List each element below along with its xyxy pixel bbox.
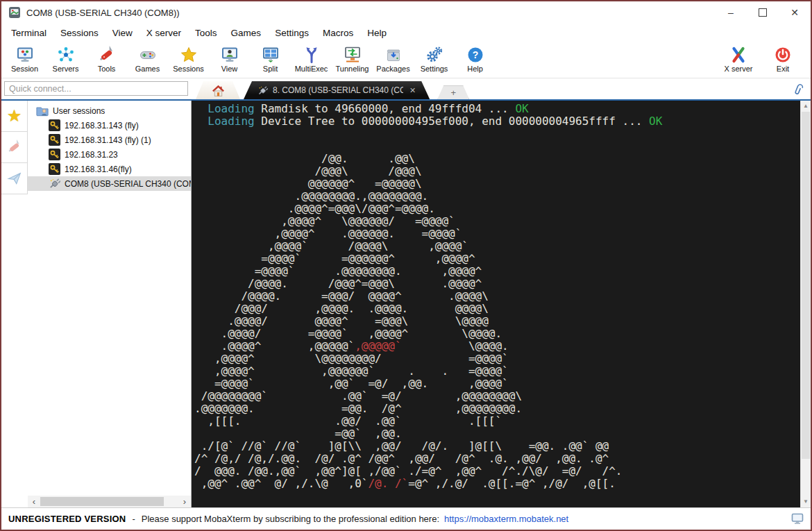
- settings-gears-icon: [424, 45, 445, 65]
- menu-view[interactable]: View: [105, 26, 139, 40]
- ssh-key-icon: [49, 119, 60, 131]
- quick-connect-input[interactable]: [4, 81, 188, 96]
- packages-icon: [383, 45, 404, 65]
- menu-bar: Terminal Sessions View X server Tools Ga…: [1, 24, 811, 42]
- toolbar-button-help[interactable]: ? Help: [455, 43, 496, 73]
- status-bar: UNREGISTERED VERSION - Please support Mo…: [1, 507, 811, 530]
- swiss-knife-icon: [7, 140, 22, 155]
- status-separator: -: [132, 514, 135, 524]
- terminal-output: Loading Ramdisk to 49660000, end 49fffd0…: [194, 103, 800, 490]
- toolbar-button-packages[interactable]: Packages: [373, 43, 414, 73]
- tunneling-icon: [342, 45, 363, 65]
- session-icon: [15, 45, 35, 65]
- toolbar-button-games[interactable]: Games: [127, 43, 168, 73]
- tab-home[interactable]: [196, 81, 240, 99]
- toolbar-button-session[interactable]: Session: [4, 43, 45, 73]
- status-message: Please support MobaXterm by subscribing …: [142, 514, 439, 524]
- games-icon: [137, 45, 158, 65]
- toolbar-button-multiexec[interactable]: MultiExec: [291, 43, 332, 73]
- toolbar: Session Servers: [1, 42, 811, 78]
- remote-monitoring-icon[interactable]: [791, 513, 804, 525]
- toolbar-label: Tunneling: [336, 65, 369, 73]
- toolbar-label: Tools: [98, 65, 116, 73]
- view-icon: [219, 45, 240, 65]
- menu-macros[interactable]: Macros: [316, 26, 360, 40]
- tools-icon: [96, 45, 117, 65]
- tree-item-com8-session[interactable]: COM8 (USB-SERIAL CH340 (COM8: [28, 176, 191, 191]
- unregistered-version-label: UNREGISTERED VERSION: [8, 514, 126, 524]
- toolbar-label: View: [221, 65, 238, 73]
- x-server-icon: [728, 45, 749, 65]
- tree-item-session-1[interactable]: 192.168.31.143 (fly): [28, 118, 191, 133]
- app-icon: [8, 6, 21, 19]
- sidebar: ★: [1, 101, 192, 507]
- terminal-vertical-scrollbar[interactable]: ▲ ▼: [800, 101, 811, 507]
- ssh-key-icon: [49, 149, 60, 160]
- sidebar-tab-sessions[interactable]: ★: [1, 101, 28, 132]
- menu-terminal[interactable]: Terminal: [4, 26, 53, 40]
- toolbar-button-view[interactable]: View: [209, 43, 250, 73]
- multiexec-icon: [301, 45, 322, 65]
- tree-item-user-sessions[interactable]: User sessions: [28, 103, 191, 118]
- toolbar-label: Help: [467, 65, 483, 73]
- tree-item-label: 192.168.31.23: [65, 150, 118, 160]
- split-icon: [260, 45, 281, 65]
- toolbar-button-tunneling[interactable]: Tunneling: [332, 43, 373, 73]
- scroll-down-icon[interactable]: ▼: [801, 497, 811, 507]
- sidebar-horizontal-scrollbar[interactable]: ‹ ›: [28, 496, 191, 507]
- toolbar-button-settings[interactable]: Settings: [414, 43, 455, 73]
- toolbar-button-split[interactable]: Split: [250, 43, 291, 73]
- tab-com8-session[interactable]: 8. COM8 (USB-SERIAL CH340 (COM ✕: [244, 81, 430, 99]
- new-tab-button[interactable]: +: [437, 85, 469, 99]
- attachments-paperclip-icon[interactable]: [793, 83, 804, 97]
- mobaxterm-window: COM8 (USB-SERIAL CH340 (COM8)) – ✕ Termi…: [0, 0, 812, 531]
- session-tree: User sessions 192.168.31.143 (fly): [28, 101, 191, 191]
- scrollbar-thumb[interactable]: [40, 497, 164, 506]
- toolbar-button-servers[interactable]: Servers: [45, 43, 86, 73]
- toolbar-button-sessions[interactable]: Sessions: [168, 43, 209, 73]
- menu-tools[interactable]: Tools: [188, 26, 224, 40]
- toolbar-button-tools[interactable]: Tools: [86, 43, 127, 73]
- toolbar-label: Sessions: [173, 65, 204, 73]
- menu-help[interactable]: Help: [360, 26, 394, 40]
- scroll-right-icon[interactable]: ›: [180, 496, 189, 507]
- tree-item-session-2[interactable]: 192.168.31.143 (fly) (1): [28, 133, 191, 147]
- serial-plug-icon: [257, 85, 268, 96]
- tree-item-session-3[interactable]: 192.168.31.23: [28, 147, 191, 162]
- sessions-star-icon: [178, 45, 199, 65]
- scroll-left-icon[interactable]: ‹: [29, 496, 39, 507]
- toolbar-label: Servers: [53, 65, 79, 73]
- exit-power-icon: [772, 45, 793, 65]
- menu-games[interactable]: Games: [224, 26, 269, 40]
- close-button[interactable]: ✕: [779, 1, 811, 24]
- toolbar-button-exit[interactable]: Exit: [761, 43, 805, 73]
- home-icon: [212, 84, 225, 97]
- tree-item-label: 192.168.31.143 (fly): [65, 121, 139, 130]
- user-sessions-folder-icon: [36, 105, 49, 117]
- tab-label: 8. COM8 (USB-SERIAL CH340 (COM: [273, 85, 403, 95]
- tab-close-icon[interactable]: ✕: [409, 86, 416, 95]
- toolbar-label: Split: [263, 65, 278, 73]
- tree-item-label: COM8 (USB-SERIAL CH340 (COM8: [65, 179, 191, 189]
- star-icon: ★: [7, 108, 22, 124]
- tree-item-session-4[interactable]: 192.168.31.46(fly): [28, 162, 191, 176]
- tree-item-label: User sessions: [53, 106, 105, 116]
- title-bar: COM8 (USB-SERIAL CH340 (COM8)) – ✕: [1, 1, 811, 24]
- help-icon: ?: [465, 45, 486, 65]
- menu-sessions[interactable]: Sessions: [53, 26, 105, 40]
- maximize-icon: [759, 8, 767, 17]
- mobatek-link[interactable]: https://mobaxterm.mobatek.net: [444, 514, 568, 524]
- sidebar-tab-macros[interactable]: [1, 163, 28, 194]
- scrollbar-thumb[interactable]: [802, 112, 810, 459]
- toolbar-label: X server: [725, 65, 753, 73]
- menu-x-server[interactable]: X server: [139, 26, 188, 40]
- scroll-up-icon[interactable]: ▲: [801, 101, 811, 111]
- paper-plane-icon: [7, 171, 22, 186]
- menu-settings[interactable]: Settings: [268, 26, 316, 40]
- toolbar-button-x-server[interactable]: X server: [716, 43, 761, 73]
- terminal[interactable]: Loading Ramdisk to 49660000, end 49fffd0…: [192, 101, 800, 507]
- minimize-button[interactable]: –: [715, 1, 747, 24]
- maximize-button[interactable]: [747, 1, 779, 24]
- sidebar-tab-tools[interactable]: [1, 132, 28, 163]
- toolbar-label: MultiExec: [295, 65, 328, 73]
